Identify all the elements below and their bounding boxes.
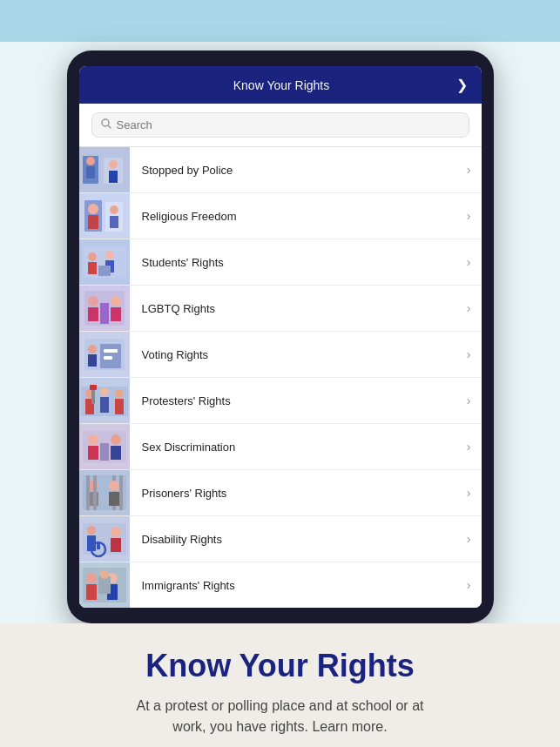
svg-point-11 — [88, 204, 98, 214]
item-label-sex-discrimination: Sex Discrimination — [130, 441, 467, 454]
item-chevron-icon: › — [467, 578, 482, 592]
app-header-title: Know Your Rights — [107, 78, 456, 92]
svg-rect-33 — [88, 354, 97, 367]
list-item[interactable]: Stopped by Police › — [79, 147, 482, 193]
list-item[interactable]: LGBTQ Rights › — [79, 286, 482, 332]
svg-point-49 — [88, 434, 98, 445]
svg-point-7 — [109, 160, 118, 169]
svg-point-18 — [88, 252, 97, 261]
tablet-wrapper: Know Your Rights ❯ — [67, 50, 494, 623]
search-icon — [101, 118, 111, 131]
header-chevron-icon[interactable]: ❯ — [456, 77, 468, 93]
list-item[interactable]: Sex Discrimination › — [79, 424, 482, 470]
item-chevron-icon: › — [467, 163, 482, 177]
svg-point-0 — [102, 119, 109, 126]
item-chevron-icon: › — [467, 440, 482, 454]
search-input[interactable] — [117, 118, 460, 131]
svg-point-79 — [100, 570, 109, 579]
list-item[interactable]: Voting Rights › — [79, 332, 482, 378]
svg-point-66 — [87, 526, 96, 535]
svg-rect-5 — [86, 166, 95, 178]
svg-rect-46 — [90, 385, 97, 390]
search-bar — [79, 104, 482, 147]
list-item[interactable]: Prisoners' Rights › — [79, 470, 482, 516]
svg-point-74 — [86, 573, 97, 583]
svg-point-62 — [109, 481, 119, 491]
svg-point-25 — [88, 296, 98, 306]
svg-rect-75 — [86, 584, 97, 600]
item-label-students-rights: Students' Rights — [130, 256, 467, 269]
bottom-title: Know Your Rights — [145, 648, 415, 683]
bottom-section: Know Your Rights At a protest or polling… — [0, 623, 560, 747]
tablet-screen: Know Your Rights ❯ — [79, 66, 482, 608]
svg-rect-28 — [111, 307, 121, 321]
item-label-protesters-rights: Protesters' Rights — [130, 394, 467, 407]
svg-rect-19 — [88, 262, 97, 274]
item-label-voting-rights: Voting Rights — [130, 348, 467, 361]
app-header: Know Your Rights ❯ — [79, 66, 482, 104]
item-label-stopped-by-police: Stopped by Police — [130, 164, 467, 177]
svg-rect-63 — [109, 492, 119, 506]
svg-rect-29 — [100, 303, 109, 324]
svg-rect-58 — [86, 475, 90, 510]
svg-point-27 — [111, 296, 121, 306]
svg-rect-36 — [104, 356, 112, 360]
list-item[interactable]: Protesters' Rights › — [79, 378, 482, 424]
svg-rect-44 — [115, 399, 124, 414]
svg-point-4 — [86, 157, 95, 165]
svg-rect-12 — [88, 215, 98, 229]
item-label-lgbtq-rights: LGBTQ Rights — [130, 302, 467, 315]
svg-rect-26 — [88, 307, 98, 321]
svg-point-43 — [115, 389, 124, 398]
list-item[interactable]: Students' Rights › — [79, 239, 482, 286]
svg-rect-42 — [100, 397, 109, 413]
item-chevron-icon: › — [467, 301, 482, 315]
svg-rect-69 — [97, 542, 100, 549]
svg-rect-53 — [100, 443, 109, 461]
svg-rect-8 — [109, 171, 118, 183]
item-chevron-icon: › — [467, 347, 482, 361]
svg-point-14 — [110, 205, 118, 214]
item-label-prisoners-rights: Prisoners' Rights — [130, 487, 467, 500]
svg-point-32 — [88, 345, 97, 353]
top-bar — [0, 0, 560, 42]
item-chevron-icon: › — [467, 209, 482, 223]
svg-point-70 — [111, 527, 121, 537]
item-chevron-icon: › — [467, 486, 482, 500]
bottom-subtitle: At a protest or polling place and at sch… — [124, 696, 437, 737]
item-chevron-icon: › — [467, 532, 482, 546]
list-item[interactable]: Disability Rights › — [79, 516, 482, 562]
rights-list: Stopped by Police › Religious F — [79, 147, 482, 608]
svg-rect-22 — [98, 266, 111, 276]
item-chevron-icon: › — [467, 394, 482, 407]
svg-rect-71 — [111, 538, 121, 552]
item-label-disability-rights: Disability Rights — [130, 533, 467, 546]
svg-rect-59 — [93, 475, 97, 510]
list-item[interactable]: Religious Freedom › — [79, 193, 482, 239]
svg-rect-61 — [119, 475, 123, 510]
list-item[interactable]: Immigrants' Rights › — [79, 562, 482, 608]
svg-line-1 — [108, 126, 111, 129]
svg-rect-52 — [111, 446, 121, 460]
svg-rect-15 — [110, 216, 118, 228]
svg-point-41 — [100, 387, 109, 396]
item-label-religious-freedom: Religious Freedom — [130, 210, 467, 223]
item-label-immigrants-rights: Immigrants' Rights — [130, 579, 467, 592]
svg-point-20 — [105, 251, 114, 259]
item-chevron-icon: › — [467, 255, 482, 269]
svg-rect-35 — [104, 349, 118, 353]
svg-rect-50 — [88, 446, 98, 460]
svg-point-51 — [111, 434, 121, 445]
